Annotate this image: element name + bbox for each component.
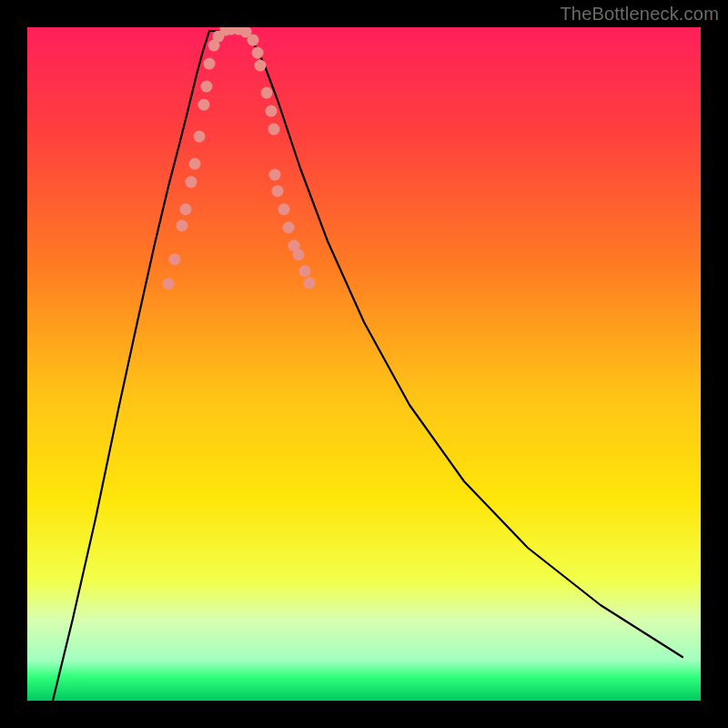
plot-area [27,27,701,701]
chart-stage: TheBottleneck.com [0,0,728,728]
svg-rect-0 [27,27,701,701]
gradient-background [27,27,701,701]
watermark-text: TheBottleneck.com [560,4,719,25]
